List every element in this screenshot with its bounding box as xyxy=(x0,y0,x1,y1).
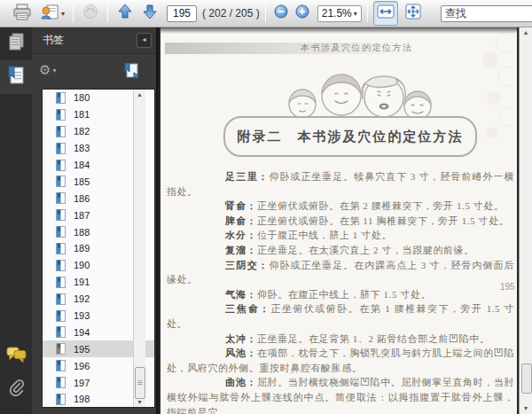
bookmark-page-icon xyxy=(56,226,66,238)
bookmark-item-label: 186 xyxy=(74,193,90,204)
bookmark-item-label: 188 xyxy=(74,227,90,238)
bookmark-page-icon xyxy=(56,209,66,221)
bookmark-item-label: 184 xyxy=(74,160,90,170)
zoom-in-button[interactable] xyxy=(293,2,312,25)
arrow-up-icon xyxy=(116,3,134,24)
clipboard-icon xyxy=(82,4,99,23)
bookmark-page-icon xyxy=(56,277,66,288)
bookmark-item-label: 196 xyxy=(74,361,90,371)
bookmarks-toolbar: ⚙ ▾ xyxy=(32,54,156,86)
bookmark-page-icon xyxy=(56,293,66,305)
bookmark-page-icon xyxy=(56,176,66,187)
acupoint-entry: 三焦俞：正坐俯伏或俯卧。在第 1 腰椎棘突下，旁开 1.5 寸处。 xyxy=(167,301,514,331)
toolbar-separator xyxy=(107,4,108,22)
bookmark-item-label: 191 xyxy=(74,277,90,287)
acupoint-entry: 水分：位于腹正中线，脐上 1 寸处。 xyxy=(167,228,514,243)
toolbar-separator xyxy=(367,4,368,22)
bookmark-item-label: 185 xyxy=(74,176,90,187)
previous-page-button[interactable] xyxy=(113,2,137,25)
fit-page-icon xyxy=(404,4,422,23)
collapse-panel-button[interactable]: ◂ xyxy=(137,33,152,48)
acupoint-entry: 足三里：仰卧或正坐垂足。犊鼻穴直下 3 寸，胫骨前嵴外一横指处。 xyxy=(167,169,514,199)
fit-width-icon xyxy=(377,4,395,23)
bookmark-page-icon xyxy=(56,192,66,204)
next-page-button[interactable] xyxy=(138,2,161,25)
bookmark-item-label: 198 xyxy=(74,394,90,404)
clipboard-button-disabled xyxy=(79,2,102,25)
fit-width-button[interactable] xyxy=(373,1,398,26)
running-header-text: 本书涉及穴位的定位方法 xyxy=(301,42,413,54)
bookmarks-scrollbar-thumb[interactable]: ☰ xyxy=(135,367,145,399)
scroll-up-icon[interactable]: ▴ xyxy=(520,28,532,36)
bookmark-item-label: 187 xyxy=(74,210,90,221)
paperclip-icon xyxy=(8,379,25,401)
document-scrollbar-thumb[interactable] xyxy=(521,363,532,394)
bookmark-page-icon xyxy=(56,109,66,121)
bookmark-icon xyxy=(7,66,25,89)
bookmark-page-icon xyxy=(56,326,66,338)
acupoint-entry: 脾俞：正坐俯伏或俯卧。在第 11 胸椎棘突下，旁开 1.5 寸处。 xyxy=(167,214,514,229)
bookmark-item-label: 194 xyxy=(74,327,90,338)
bookmark-item-label: 193 xyxy=(74,310,90,321)
acupoint-entry: 复溜：正坐垂足。在太溪穴直上 2 寸，当跟腱的前缘。 xyxy=(167,243,514,258)
pages-icon xyxy=(7,32,25,55)
print-button[interactable] xyxy=(10,2,35,25)
bookmark-item-label: 197 xyxy=(74,378,90,388)
zoom-out-icon xyxy=(274,4,288,22)
bookmark-item-label: 189 xyxy=(74,243,90,254)
corner-decoration xyxy=(476,30,515,145)
scroll-up-icon[interactable]: ▴ xyxy=(134,90,145,98)
scroll-down-icon[interactable]: ▾ xyxy=(134,398,145,406)
bookmark-item-label: 180 xyxy=(74,92,90,103)
bookmark-item-label: 190 xyxy=(74,260,90,270)
gear-icon[interactable]: ⚙ xyxy=(39,62,51,78)
bookmark-page-icon xyxy=(56,260,66,271)
send-email-button[interactable]: ▾ xyxy=(38,2,67,25)
toolbar-separator xyxy=(73,4,74,22)
bookmark-page-icon xyxy=(56,243,66,254)
acupoint-entry: 三阴交：仰卧或正坐垂足。在内踝高点上 3 寸，胫骨内侧面后缘处。 xyxy=(167,258,514,287)
appendix-title-box: 附录二 本书涉及穴位的定位方法 xyxy=(223,116,477,157)
acupoint-entries: 足三里：仰卧或正坐垂足。犊鼻穴直下 3 寸，胫骨前嵴外一横指处。肾俞：正坐俯伏或… xyxy=(167,169,514,414)
zoom-level-value: 21.5% xyxy=(322,7,352,20)
bookmark-page-icon xyxy=(56,160,66,171)
chevron-down-icon: ▾ xyxy=(354,10,357,18)
bookmark-item-label: 181 xyxy=(74,109,90,120)
acupoint-entry: 气海：仰卧。在腹正中线上，脐下 1.5 寸处。 xyxy=(167,287,514,302)
page-margin-number: 195 xyxy=(500,282,515,292)
bookmark-item-label: 192 xyxy=(74,293,90,304)
comments-panel-button[interactable] xyxy=(0,340,32,373)
zoom-in-icon xyxy=(295,4,309,22)
bookmark-page-icon xyxy=(56,377,66,388)
bookmarks-panel-button[interactable] xyxy=(0,60,32,94)
toolbar: ▾ ( 202 / 205 ) xyxy=(0,0,532,27)
fit-page-button[interactable] xyxy=(402,2,425,25)
acupoint-entry: 肾俞：正坐俯伏或俯卧。在第 2 腰椎棘突下，旁开 1.5 寸处。 xyxy=(167,199,514,214)
attachments-panel-button[interactable] xyxy=(0,373,32,407)
acupoint-entry: 太冲：正坐垂足。在足背第 1、2 跖骨结合部之前凹陷中。 xyxy=(167,332,514,347)
panel-content-divider[interactable] xyxy=(156,27,160,414)
toolbar-separator xyxy=(265,4,266,22)
printer-icon xyxy=(12,4,32,24)
pages-panel-button[interactable] xyxy=(0,27,32,60)
bookmark-item-label: 195 xyxy=(74,344,90,355)
zoom-level-dropdown[interactable]: 21.5% ▾ xyxy=(317,5,362,22)
send-email-icon xyxy=(41,4,59,24)
chevron-down-icon: ▾ xyxy=(61,10,65,18)
acupoint-entry: 风池：在项部，枕骨之下，胸锁乳突肌与斜方肌上端之间的凹陷处，风府穴的外侧。重按时… xyxy=(167,346,514,375)
page-top-shadow xyxy=(160,27,517,34)
locate-current-bookmark-button[interactable] xyxy=(124,63,140,78)
zoom-out-button[interactable] xyxy=(271,2,291,25)
find-input[interactable] xyxy=(441,5,532,22)
bookmarks-panel: 书签 ◂ ⚙ ▾ 1801811821831841851861871881891… xyxy=(32,27,156,414)
document-scrollbar[interactable]: ▴ ▾ xyxy=(519,27,532,414)
bookmark-page-icon xyxy=(56,126,66,137)
page-number-input[interactable] xyxy=(167,5,197,22)
bookmark-page-icon xyxy=(56,310,66,322)
bookmark-page-icon xyxy=(56,143,66,154)
bookmarks-scrollbar[interactable]: ▴ ☰ ▾ xyxy=(133,90,145,407)
navigation-rail xyxy=(0,27,32,414)
acupoint-entry: 曲池：屈肘。当肘横纹桡侧端凹陷中。屈肘侧掌呈直角时，当肘横纹外端与肱骨外上髁连线… xyxy=(167,375,514,414)
comments-icon xyxy=(6,347,27,367)
scroll-down-icon[interactable]: ▾ xyxy=(520,404,532,412)
